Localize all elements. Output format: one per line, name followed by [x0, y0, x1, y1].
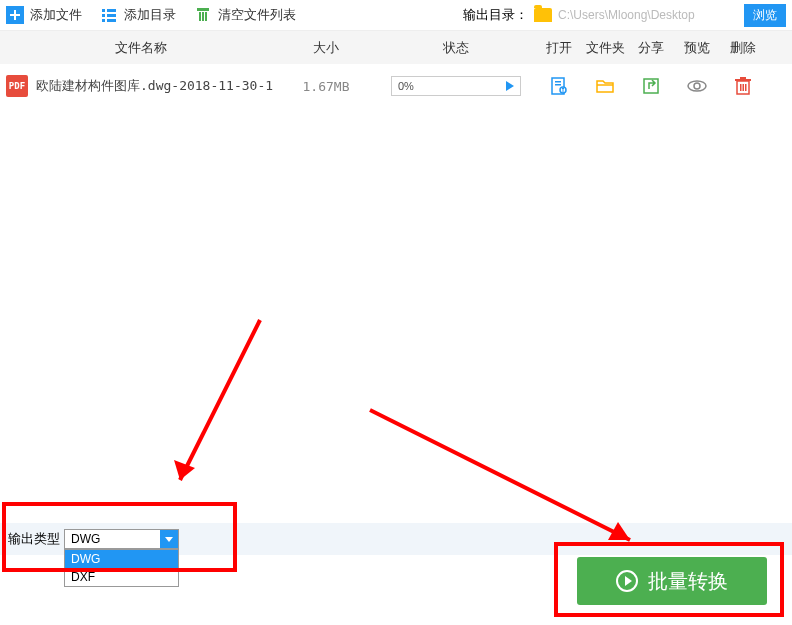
convert-label: 批量转换: [648, 568, 728, 595]
output-type-select[interactable]: DWG DWG DXF: [64, 529, 179, 549]
folder-button[interactable]: [582, 76, 628, 96]
svg-rect-24: [740, 77, 746, 79]
top-toolbar: 添加文件 添加目录 清空文件列表 输出目录： C:\Users\Mloong\D…: [0, 0, 792, 30]
table-row: PDF 欧陆建材构件图库.dwg-2018-11-30-1 1.67MB 0%: [0, 64, 792, 108]
toolbar-right: 输出目录： C:\Users\Mloong\Desktop 浏览: [463, 4, 786, 27]
output-path: C:\Users\Mloong\Desktop: [558, 8, 738, 22]
svg-line-28: [180, 320, 260, 480]
add-file-label: 添加文件: [30, 6, 82, 24]
select-dropdown: DWG DXF: [64, 549, 179, 587]
svg-rect-19: [644, 79, 658, 93]
chevron-down-icon: [160, 530, 178, 548]
add-file-button[interactable]: 添加文件: [6, 6, 82, 24]
svg-rect-23: [735, 79, 751, 81]
header-delete: 删除: [720, 39, 766, 57]
batch-convert-button[interactable]: 批量转换: [577, 557, 767, 605]
browse-button[interactable]: 浏览: [744, 4, 786, 27]
add-dir-label: 添加目录: [124, 6, 176, 24]
svg-rect-18: [563, 89, 564, 92]
clear-icon: [194, 6, 212, 24]
select-display[interactable]: DWG: [64, 529, 179, 549]
clear-list-button[interactable]: 清空文件列表: [194, 6, 296, 24]
pdf-badge-icon: PDF: [6, 75, 28, 97]
open-button[interactable]: [536, 76, 582, 96]
bottom-bar: 输出类型 DWG DWG DXF: [0, 523, 792, 555]
file-name: 欧陆建材构件图库.dwg-2018-11-30-1: [36, 77, 273, 95]
svg-rect-5: [102, 14, 105, 17]
annotation-arrow-1: [160, 310, 280, 510]
svg-rect-17: [562, 88, 564, 89]
progress-text: 0%: [398, 80, 414, 92]
svg-rect-11: [202, 12, 204, 21]
play-icon: [506, 81, 514, 91]
share-button[interactable]: [628, 76, 674, 96]
svg-rect-7: [102, 19, 105, 22]
svg-point-21: [694, 83, 700, 89]
select-value: DWG: [71, 532, 100, 546]
header-open: 打开: [536, 39, 582, 57]
output-type-label: 输出类型: [8, 530, 60, 548]
svg-line-30: [370, 410, 630, 540]
svg-rect-14: [555, 81, 561, 83]
svg-rect-2: [10, 14, 20, 16]
add-dir-button[interactable]: 添加目录: [100, 6, 176, 24]
preview-button[interactable]: [674, 76, 720, 96]
header-share: 分享: [628, 39, 674, 57]
folder-icon: [534, 8, 552, 22]
header-size: 大小: [276, 39, 376, 57]
delete-button[interactable]: [720, 76, 766, 96]
svg-rect-27: [745, 84, 747, 91]
svg-rect-6: [107, 14, 116, 17]
svg-rect-9: [197, 8, 209, 11]
table-header: 文件名称 大小 状态 打开 文件夹 分享 预览 删除: [0, 30, 792, 64]
add-file-icon: [6, 6, 24, 24]
list-icon: [100, 6, 118, 24]
clear-list-label: 清空文件列表: [218, 6, 296, 24]
header-preview: 预览: [674, 39, 720, 57]
svg-rect-10: [199, 12, 201, 21]
select-option-dxf[interactable]: DXF: [65, 568, 178, 586]
row-status-cell: 0%: [376, 76, 536, 96]
header-name: 文件名称: [6, 39, 276, 57]
svg-rect-12: [205, 12, 207, 21]
svg-marker-29: [174, 460, 195, 480]
header-status: 状态: [376, 39, 536, 57]
select-option-dwg[interactable]: DWG: [65, 550, 178, 568]
progress-bar[interactable]: 0%: [391, 76, 521, 96]
play-circle-icon: [616, 570, 638, 592]
svg-rect-26: [743, 84, 745, 91]
file-size: 1.67MB: [276, 79, 376, 94]
svg-rect-15: [555, 84, 561, 86]
svg-rect-8: [107, 19, 116, 22]
svg-rect-4: [107, 9, 116, 12]
svg-rect-25: [740, 84, 742, 91]
header-folder: 文件夹: [582, 39, 628, 57]
svg-rect-3: [102, 9, 105, 12]
output-dir-label: 输出目录：: [463, 6, 528, 24]
row-name-cell: PDF 欧陆建材构件图库.dwg-2018-11-30-1: [6, 75, 276, 97]
